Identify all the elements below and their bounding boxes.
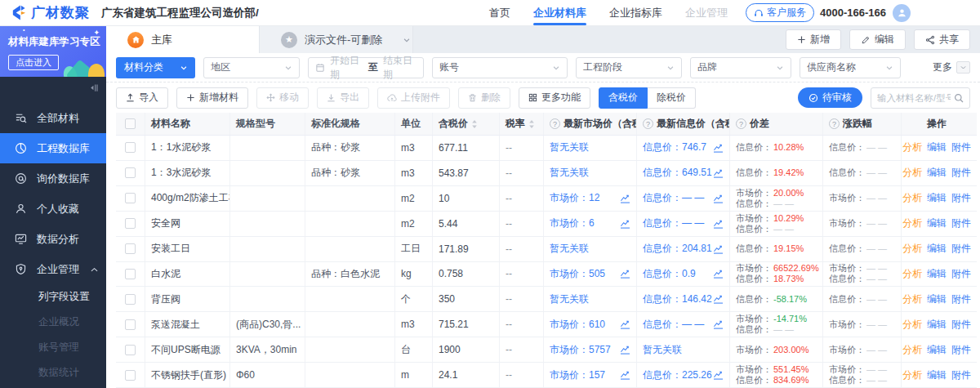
price-link[interactable]: 市场价：12 (550, 191, 630, 205)
no-link-text[interactable]: 暂无关联 (643, 343, 682, 357)
op-附件-link[interactable]: 附件 (951, 140, 971, 154)
op-分析-link[interactable]: 分析 (902, 368, 922, 382)
price-toggle-含税价[interactable]: 含税价 (599, 87, 648, 109)
op-编辑-link[interactable]: 编辑 (927, 318, 947, 332)
price-link[interactable]: 信息价：— — (643, 318, 724, 332)
op-附件-link[interactable]: 附件 (951, 242, 971, 256)
op-附件-link[interactable]: 附件 (951, 216, 971, 230)
toolbar-导入-button[interactable]: 导入 (116, 87, 168, 109)
sidebar-item-数据分析[interactable]: 数据分析 (0, 224, 106, 254)
help-icon[interactable]: ? (643, 118, 653, 129)
banner-enter-button[interactable]: 点击进入 (8, 55, 59, 70)
op-分析-link[interactable]: 分析 (902, 140, 922, 154)
price-toggle-除税价[interactable]: 除税价 (648, 87, 696, 109)
op-编辑-link[interactable]: 编辑 (927, 140, 947, 154)
price-link[interactable]: 信息价：146.42 (643, 292, 724, 306)
filter-account-select[interactable]: 账号 (432, 57, 568, 78)
filter-date-range[interactable]: 开始日期 至 结束日期 (308, 57, 424, 78)
no-link-text[interactable]: 暂无关联 (550, 166, 589, 180)
filter-brand-select[interactable]: 品牌 (690, 57, 791, 78)
filter-supplier-select[interactable]: 供应商名称 (800, 57, 901, 78)
row-checkbox[interactable] (125, 345, 136, 355)
op-分析-link[interactable]: 分析 (902, 191, 922, 205)
price-link[interactable]: 信息价：204.81 (643, 242, 724, 256)
search-icon[interactable] (954, 93, 964, 103)
header-checkbox[interactable] (125, 118, 136, 129)
row-checkbox[interactable] (125, 243, 136, 254)
price-link[interactable]: 信息价：0.9 (643, 267, 724, 281)
user-avatar[interactable] (893, 4, 911, 22)
price-link[interactable]: 市场价：5757 (550, 343, 630, 357)
price-link[interactable]: 市场价：505 (550, 267, 630, 281)
help-icon[interactable]: ? (736, 118, 746, 129)
price-link[interactable]: 市场价：610 (550, 318, 630, 332)
pending-review-button[interactable]: 待审核 (798, 87, 862, 108)
row-checkbox[interactable] (125, 167, 136, 178)
row-checkbox[interactable] (125, 193, 136, 203)
op-编辑-link[interactable]: 编辑 (927, 166, 947, 180)
op-分析-link[interactable]: 分析 (902, 166, 922, 180)
row-checkbox[interactable] (125, 218, 136, 229)
tab-main-library[interactable]: 主库 (106, 26, 260, 53)
op-附件-link[interactable]: 附件 (951, 191, 971, 205)
op-分析-link[interactable]: 分析 (902, 216, 922, 230)
nav-item-企业指标库[interactable]: 企业指标库 (609, 0, 662, 25)
price-link[interactable]: 市场价：157 (550, 368, 630, 382)
toolbar-新增材料-button[interactable]: 新增材料 (176, 87, 248, 109)
sidebar-item-企业管理[interactable]: 企业管理 (0, 254, 106, 284)
sidebar-item-工程数据库[interactable]: 工程数据库 (0, 133, 106, 163)
op-分析-link[interactable]: 分析 (902, 292, 922, 306)
op-分析-link[interactable]: 分析 (902, 343, 922, 357)
tab-demo-file[interactable]: ★ 演示文件-可删除 (260, 26, 413, 53)
price-link[interactable]: 市场价：6 (550, 216, 630, 230)
toolbar-更多功能-button[interactable]: 更多功能 (519, 87, 590, 109)
no-link-text[interactable]: 暂无关联 (550, 292, 589, 306)
customer-service-button[interactable]: 客户服务 (746, 3, 814, 22)
tab-action-共享[interactable]: 共享 (914, 29, 970, 50)
filter-more-toggle[interactable]: 更多 (933, 60, 970, 74)
nav-item-企业材料库[interactable]: 企业材料库 (533, 0, 586, 25)
sidebar-item-个人收藏[interactable]: 个人收藏 (0, 194, 106, 224)
row-checkbox[interactable] (125, 269, 136, 279)
app-logo[interactable]: 广材数聚 (10, 3, 90, 22)
op-编辑-link[interactable]: 编辑 (927, 191, 947, 205)
op-编辑-link[interactable]: 编辑 (927, 216, 947, 230)
filter-project-stage-select[interactable]: 工程阶段 (576, 57, 682, 78)
op-编辑-link[interactable]: 编辑 (927, 267, 947, 281)
op-分析-link[interactable]: 分析 (902, 242, 922, 256)
op-编辑-link[interactable]: 编辑 (927, 292, 947, 306)
row-checkbox[interactable] (125, 142, 136, 153)
help-icon[interactable]: ? (829, 118, 840, 129)
op-附件-link[interactable]: 附件 (951, 267, 971, 281)
op-编辑-link[interactable]: 编辑 (927, 343, 947, 357)
material-search-input[interactable] (877, 93, 951, 103)
row-checkbox[interactable] (125, 370, 136, 381)
price-link[interactable]: 信息价：649.51 (643, 166, 724, 180)
op-编辑-link[interactable]: 编辑 (927, 368, 947, 382)
price-link[interactable]: 信息价：— — (643, 216, 724, 230)
tab-action-新增[interactable]: 新增 (786, 29, 841, 50)
row-checkbox[interactable] (125, 294, 136, 305)
sidebar-banner[interactable]: ✦ • 材料库建库学习专区 点击进入 (0, 26, 106, 77)
sidebar-collapse-control[interactable] (0, 77, 106, 99)
price-link[interactable]: 信息价：746.7 (643, 140, 724, 154)
price-link[interactable]: 信息价：— — (643, 191, 724, 205)
no-link-text[interactable]: 暂无关联 (550, 242, 589, 256)
op-附件-link[interactable]: 附件 (951, 166, 971, 180)
price-link[interactable]: 信息价：225.26 (643, 368, 724, 382)
chevron-down-icon[interactable] (403, 36, 411, 44)
tab-action-编辑[interactable]: 编辑 (849, 29, 906, 50)
help-icon[interactable]: ? (550, 118, 560, 129)
row-checkbox[interactable] (125, 319, 136, 330)
op-编辑-link[interactable]: 编辑 (927, 242, 947, 256)
no-link-text[interactable]: 暂无关联 (550, 140, 589, 154)
sidebar-item-全部材料[interactable]: 全部材料 (0, 103, 106, 133)
op-附件-link[interactable]: 附件 (951, 318, 971, 332)
op-分析-link[interactable]: 分析 (902, 267, 922, 281)
filter-region-select[interactable]: 地区 (203, 57, 300, 78)
op-附件-link[interactable]: 附件 (951, 343, 971, 357)
op-分析-link[interactable]: 分析 (902, 318, 922, 332)
op-附件-link[interactable]: 附件 (951, 292, 971, 306)
sidebar-item-询价数据库[interactable]: 询价数据库 (0, 163, 106, 194)
filter-material-category[interactable]: 材料分类 (116, 57, 195, 78)
